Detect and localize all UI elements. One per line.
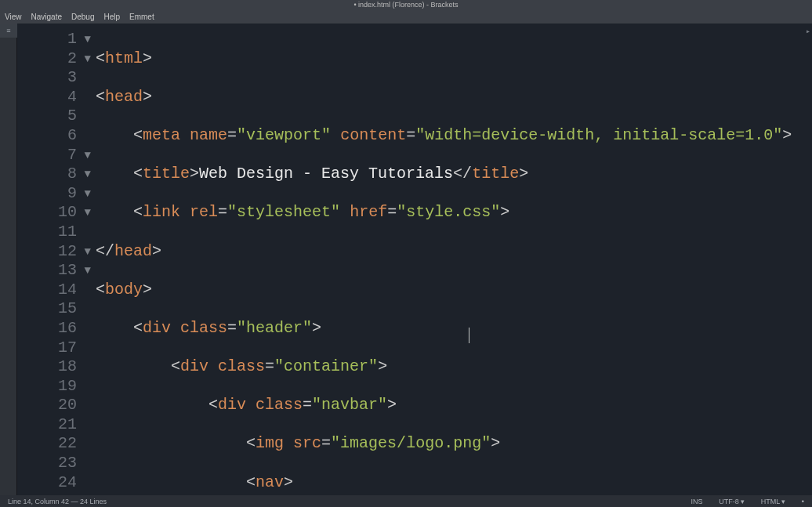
fold-icon[interactable]: ▼ <box>85 49 91 69</box>
menu-navigate[interactable]: Navigate <box>31 13 62 21</box>
line-number: 19 <box>17 377 82 397</box>
code-area[interactable]: <html> <head> <meta name="viewport" cont… <box>96 24 812 495</box>
line-number: 6 <box>17 126 82 146</box>
line-number: 13▼ <box>17 261 82 281</box>
status-cursor-position[interactable]: Line 14, Column 42 — 24 Lines <box>8 498 107 505</box>
line-number: 1▼ <box>17 30 82 49</box>
status-indicator-icon[interactable]: • <box>802 498 804 505</box>
code-line: <div class="header"> <box>96 319 812 339</box>
code-line: <html> <box>96 49 812 69</box>
line-number: 10▼ <box>17 203 82 223</box>
code-line: <head> <box>96 88 812 107</box>
code-line: <body> <box>96 281 812 300</box>
line-number: 8▼ <box>17 165 82 184</box>
working-files-icon[interactable]: ≡ <box>0 24 17 38</box>
line-number: 23 <box>17 454 82 473</box>
code-line: <div class="navbar"> <box>96 396 812 415</box>
code-line: <nav> <box>96 473 812 493</box>
fold-icon[interactable]: ▼ <box>85 242 91 262</box>
window-title: • index.html (Florence) - Brackets <box>353 1 458 9</box>
fold-icon[interactable]: ▼ <box>85 261 91 281</box>
code-line: <img src="images/logo.png"> <box>96 434 812 454</box>
line-number: 24 <box>17 473 82 493</box>
sidebar: ≡ <box>0 24 17 495</box>
text-cursor <box>469 328 469 343</box>
line-number: 20 <box>17 396 82 415</box>
fold-icon[interactable]: ▼ <box>85 146 91 165</box>
menu-debug[interactable]: Debug <box>71 13 94 21</box>
line-number: 16 <box>17 319 82 339</box>
line-number: 15 <box>17 299 82 319</box>
line-number: 9▼ <box>17 184 82 204</box>
fold-icon[interactable]: ▼ <box>85 184 91 204</box>
menu-bar: View Navigate Debug Help Emmet <box>0 9 812 24</box>
code-line: <div class="container"> <box>96 357 812 377</box>
line-number: 7▼ <box>17 146 82 165</box>
status-encoding[interactable]: UTF-8 ▾ <box>719 498 745 505</box>
code-line: <title>Web Design - Easy Tutorials</titl… <box>96 165 812 184</box>
code-line: </head> <box>96 242 812 262</box>
line-number: 3 <box>17 68 82 88</box>
fold-icon[interactable]: ▼ <box>85 30 91 49</box>
line-number: 14 <box>17 281 82 300</box>
collapse-icon[interactable]: ▸ <box>806 27 810 36</box>
line-number: 18 <box>17 357 82 377</box>
line-number: 11 <box>17 223 82 242</box>
line-number: 5 <box>17 107 82 126</box>
code-line: <link rel="stylesheet" href="style.css"> <box>96 203 812 223</box>
line-number: 21 <box>17 415 82 435</box>
code-line: <meta name="viewport" content="width=dev… <box>96 126 812 146</box>
menu-view[interactable]: View <box>5 13 22 21</box>
line-number: 12▼ <box>17 242 82 262</box>
right-gutter: ▸ <box>803 24 812 495</box>
status-bar: Line 14, Column 42 — 24 Lines INS UTF-8 … <box>0 495 812 507</box>
window-title-bar: • index.html (Florence) - Brackets <box>0 0 812 9</box>
status-language[interactable]: HTML ▾ <box>761 498 786 505</box>
line-number: 4 <box>17 88 82 107</box>
code-editor[interactable]: 1▼2▼34567▼8▼9▼10▼1112▼13▼141516171819202… <box>17 24 812 495</box>
menu-help[interactable]: Help <box>103 13 120 21</box>
fold-icon[interactable]: ▼ <box>85 165 91 184</box>
line-number: 22 <box>17 434 82 454</box>
menu-emmet[interactable]: Emmet <box>129 13 154 21</box>
line-number: 2▼ <box>17 49 82 69</box>
fold-icon[interactable]: ▼ <box>85 203 91 223</box>
line-number: 17 <box>17 339 82 358</box>
gutter: 1▼2▼34567▼8▼9▼10▼1112▼13▼141516171819202… <box>17 24 82 495</box>
status-insert-mode[interactable]: INS <box>691 498 703 505</box>
